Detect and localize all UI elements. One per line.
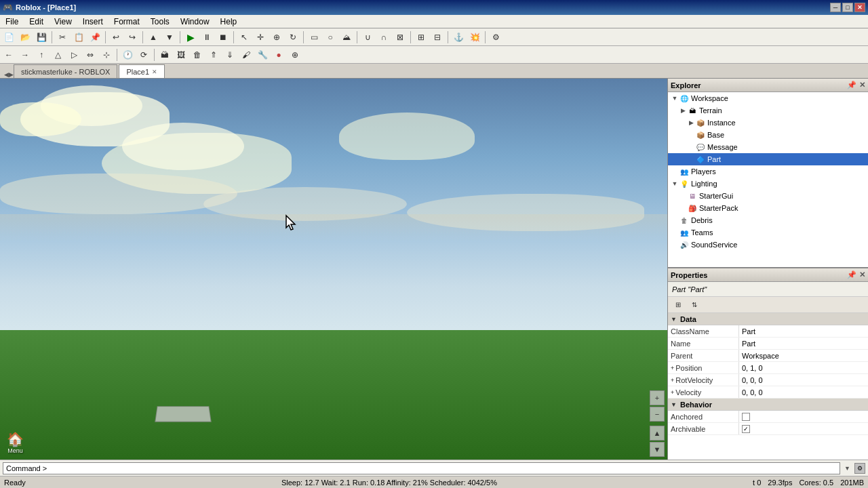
union-btn[interactable]: ∪ xyxy=(360,30,375,45)
maximize-button[interactable]: □ xyxy=(842,3,853,12)
section-data[interactable]: ▼ Data xyxy=(668,313,868,325)
tab-stickmasterluke[interactable]: stickmasterluke - ROBLOX xyxy=(14,64,117,78)
properties-pin[interactable]: 📌 xyxy=(847,270,856,279)
lighting-toggle[interactable]: ▼ xyxy=(671,180,679,187)
collision-btn[interactable]: 💥 xyxy=(467,30,482,45)
tree-base[interactable]: 📦 Base xyxy=(668,129,868,141)
rotate-up-btn[interactable]: ▲ xyxy=(146,30,161,45)
tree-terrain[interactable]: ▶ 🏔 Terrain xyxy=(668,104,868,117)
archivable-checkbox[interactable]: ✓ xyxy=(742,425,750,433)
sphere-btn[interactable]: ○ xyxy=(323,30,338,45)
up-btn[interactable]: ↑ xyxy=(34,47,49,62)
cut-btn[interactable]: ✂ xyxy=(55,30,70,45)
tree-players[interactable]: 👥 Players xyxy=(668,165,868,178)
menu-format[interactable]: Format xyxy=(108,16,145,28)
select-btn[interactable]: ↖ xyxy=(237,30,252,45)
prop-name[interactable]: Name Part xyxy=(668,338,868,350)
tree-teams[interactable]: 👥 Teams xyxy=(668,226,868,239)
back-btn[interactable]: ← xyxy=(1,47,16,62)
group-btn[interactable]: ⊞ xyxy=(414,30,429,45)
explorer-pin[interactable]: 📌 xyxy=(847,81,856,89)
command-settings-icon[interactable]: ⚙ xyxy=(854,463,865,474)
crosshair-btn[interactable]: ⊕ xyxy=(288,47,302,62)
tree-starterpack[interactable]: 🎒 StarterPack xyxy=(668,202,868,214)
prop-archivable[interactable]: Archivable ✓ xyxy=(668,423,868,435)
command-input[interactable] xyxy=(3,462,840,474)
menu-help[interactable]: Help xyxy=(215,16,243,28)
decal-btn[interactable]: 🖼 xyxy=(174,47,189,62)
fly-btn[interactable]: △ xyxy=(50,47,65,62)
prop-anchored[interactable]: Anchored xyxy=(668,411,868,423)
copy-btn[interactable]: 📋 xyxy=(71,30,86,45)
viewport[interactable]: 🏠 Menu + − ▲ ▼ xyxy=(0,79,668,460)
menu-edit[interactable]: Edit xyxy=(24,16,49,28)
intersect-btn[interactable]: ∩ xyxy=(376,30,391,45)
wrench-btn[interactable]: 🔧 xyxy=(255,47,270,62)
anchor-btn[interactable]: ⚓ xyxy=(451,30,466,45)
explorer-tree[interactable]: ▼ 🌐 Workspace ▶ 🏔 Terrain ▶ 📦 Instance xyxy=(668,92,868,267)
prop-archivable-value[interactable]: ✓ xyxy=(739,423,868,434)
props-sort-btn[interactable]: ⇅ xyxy=(687,298,702,312)
redo-btn[interactable]: ↪ xyxy=(125,30,140,45)
tree-instance[interactable]: ▶ 📦 Instance xyxy=(668,117,868,129)
menu-icon[interactable]: 🏠 Menu xyxy=(7,431,24,454)
instance-toggle[interactable]: ▶ xyxy=(687,119,695,126)
rotate-btn[interactable]: ↻ xyxy=(285,30,300,45)
tree-workspace[interactable]: ▼ 🌐 Workspace xyxy=(668,92,868,104)
tree-debris[interactable]: 🗑 Debris xyxy=(668,214,868,226)
menu-window[interactable]: Window xyxy=(175,16,215,28)
save-btn[interactable]: 💾 xyxy=(34,30,49,45)
paste-btn[interactable]: 📌 xyxy=(87,30,102,45)
ungroup-btn[interactable]: ⊟ xyxy=(430,30,445,45)
clock-btn[interactable]: 🕐 xyxy=(120,47,135,62)
terrain-toggle[interactable]: ▶ xyxy=(679,107,687,114)
prop-rotvelocity[interactable]: +RotVelocity 0, 0, 0 xyxy=(668,374,868,386)
tree-startergui[interactable]: 🖥 StarterGui xyxy=(668,190,868,202)
delete-btn[interactable]: 🗑 xyxy=(190,47,205,62)
section-behavior[interactable]: ▼ Behavior xyxy=(668,399,868,411)
undo-btn[interactable]: ↩ xyxy=(108,30,123,45)
minimize-button[interactable]: ─ xyxy=(830,3,841,12)
settings-btn[interactable]: ⚙ xyxy=(488,30,503,45)
prop-velocity[interactable]: +Velocity 0, 0, 0 xyxy=(668,386,868,399)
loop-btn[interactable]: ⟳ xyxy=(136,47,151,62)
menu-view[interactable]: View xyxy=(49,16,77,28)
separate-btn[interactable]: ⊠ xyxy=(393,30,408,45)
command-dropdown[interactable]: ▼ xyxy=(843,464,852,473)
open-btn[interactable]: 📂 xyxy=(18,30,33,45)
tree-soundservice[interactable]: 🔊 SoundService xyxy=(668,239,868,251)
run-btn[interactable]: ▷ xyxy=(66,47,81,62)
cam-right[interactable]: ▼ xyxy=(650,442,665,457)
menu-tools[interactable]: Tools xyxy=(145,16,175,28)
tab-nav[interactable]: ◀ ▶ xyxy=(4,71,14,78)
prop-position[interactable]: +Position 0, 1, 0 xyxy=(668,362,868,374)
cam-up[interactable]: + xyxy=(650,390,665,405)
new-btn[interactable]: 📄 xyxy=(1,30,16,45)
tab-prev[interactable]: ◀ xyxy=(4,71,9,78)
up2-btn[interactable]: ⇑ xyxy=(206,47,221,62)
move-btn[interactable]: ✛ xyxy=(253,30,268,45)
tree-lighting[interactable]: ▼ 💡 Lighting xyxy=(668,178,868,190)
workspace-toggle[interactable]: ▼ xyxy=(671,95,679,102)
properties-close[interactable]: ✕ xyxy=(859,270,865,279)
paint-btn[interactable]: 🖌 xyxy=(239,47,254,62)
play-btn[interactable]: ▶ xyxy=(183,30,198,45)
prop-anchored-value[interactable] xyxy=(739,411,868,422)
cam-down[interactable]: − xyxy=(650,407,665,422)
menu-file[interactable]: File xyxy=(0,16,24,28)
tab-next[interactable]: ▶ xyxy=(9,71,14,78)
cam-left[interactable]: ▲ xyxy=(650,426,665,441)
tab-place1[interactable]: Place1 ✕ xyxy=(119,64,165,78)
menu-insert[interactable]: Insert xyxy=(77,16,108,28)
landscape-btn[interactable]: 🏔 xyxy=(157,47,172,62)
explorer-close[interactable]: ✕ xyxy=(859,81,865,89)
rotate-dn-btn[interactable]: ▼ xyxy=(162,30,177,45)
tree-part[interactable]: 🔷 Part xyxy=(668,153,868,165)
close-button[interactable]: ✕ xyxy=(854,3,865,12)
resize-btn[interactable]: ⇔ xyxy=(83,47,98,62)
pause-btn[interactable]: ⏸ xyxy=(199,30,214,45)
forward-btn[interactable]: → xyxy=(18,47,33,62)
scale-btn[interactable]: ⊕ xyxy=(269,30,284,45)
anchored-checkbox[interactable] xyxy=(742,413,750,421)
terrain-btn[interactable]: ⛰ xyxy=(339,30,354,45)
